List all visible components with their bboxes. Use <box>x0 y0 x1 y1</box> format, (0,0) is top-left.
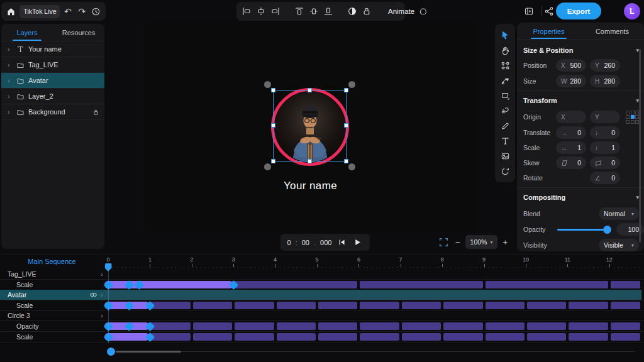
layer-row-tag-live[interactable]: ›Tag_LIVE <box>1 57 104 73</box>
origin-anchor-grid[interactable] <box>626 111 639 124</box>
rotate-handle[interactable] <box>348 163 355 170</box>
redo-button[interactable]: ↷ <box>76 4 88 18</box>
repeat-segment-bar[interactable] <box>402 322 441 330</box>
size-h-input[interactable]: H 280 <box>590 75 620 87</box>
undo-button[interactable]: ↶ <box>62 4 74 18</box>
animate-button[interactable]: Animate <box>386 7 430 16</box>
transform-header[interactable]: Transform ▾ <box>523 96 639 105</box>
tab-resources[interactable]: Resources <box>53 24 104 41</box>
origin-y-input[interactable]: Y <box>590 111 620 123</box>
repeat-segment-bar[interactable] <box>611 322 640 330</box>
lasso-tool[interactable] <box>498 104 512 118</box>
repeat-segment-bar[interactable] <box>569 322 608 330</box>
align-top-icon[interactable] <box>294 4 304 18</box>
size-position-header[interactable]: Size & Position ▾ <box>523 46 639 55</box>
timeline-row-label-avatar[interactable]: Avatar› <box>0 290 111 300</box>
repeat-segment-bar[interactable] <box>486 281 608 288</box>
timeline-row-label-tag-live[interactable]: Tag_LIVE› <box>0 269 111 280</box>
translate-y-input[interactable]: ↓ 0 <box>590 126 620 139</box>
zoom-out-button[interactable]: − <box>455 238 460 247</box>
select-tool[interactable] <box>498 28 512 42</box>
play-button[interactable] <box>352 236 363 250</box>
repeat-segment-bar[interactable] <box>235 302 274 309</box>
repeat-segment-bar[interactable] <box>277 322 316 330</box>
timeline-row-label-scale[interactable]: Scale <box>0 332 120 343</box>
position-y-input[interactable]: Y 260 <box>590 59 620 72</box>
selection-box[interactable] <box>273 90 347 162</box>
repeat-segment-bar[interactable] <box>611 302 640 309</box>
chevron-right-icon[interactable]: › <box>8 77 13 84</box>
scale-x-input[interactable]: ↔ 1 <box>556 141 586 154</box>
repeat-segment-bar[interactable] <box>151 322 190 330</box>
repeat-segment-bar[interactable] <box>360 281 482 288</box>
rotate-input[interactable]: ∠ 0 <box>590 172 620 184</box>
text-tool[interactable] <box>498 134 512 148</box>
home-icon[interactable] <box>5 4 17 18</box>
lock-icon[interactable] <box>92 109 99 116</box>
visibility-dropdown[interactable]: Visible ▾ <box>599 239 639 251</box>
repeat-segment-bar[interactable] <box>277 302 316 309</box>
repeat-segment-bar[interactable] <box>151 333 190 341</box>
align-center-vertical-icon[interactable] <box>309 4 319 18</box>
repeat-segment-bar[interactable] <box>486 333 525 341</box>
repeat-segment-bar[interactable] <box>318 322 357 330</box>
repeat-segment-bar[interactable] <box>443 322 482 330</box>
repeat-segment-bar[interactable] <box>611 333 640 341</box>
timeline-track-row[interactable] <box>104 269 644 280</box>
fit-to-screen-icon[interactable] <box>436 235 450 249</box>
repeat-segment-bar[interactable] <box>360 333 399 341</box>
repeat-segment-bar[interactable] <box>193 333 232 341</box>
skip-to-start-button[interactable] <box>336 236 347 250</box>
repeat-segment-bar[interactable] <box>193 322 232 330</box>
chevron-right-icon[interactable]: › <box>8 61 13 69</box>
timeline-row-label-opacity[interactable]: Opacity <box>0 321 120 332</box>
tab-comments[interactable]: Comments <box>580 23 644 39</box>
repeat-segment-bar[interactable] <box>443 302 482 309</box>
rotate-tool[interactable] <box>498 164 512 178</box>
loop-icon[interactable] <box>89 292 97 298</box>
repeat-segment-bar[interactable] <box>318 302 357 309</box>
repeat-segment-bar[interactable] <box>318 333 357 341</box>
repeat-segment-bar[interactable] <box>360 322 399 330</box>
compositing-header[interactable]: Compositing ▾ <box>523 193 639 202</box>
resize-handle[interactable] <box>344 123 348 128</box>
rectangle-tool[interactable] <box>498 89 512 102</box>
skew-x-input[interactable]: 0 <box>556 156 586 169</box>
align-bottom-icon[interactable] <box>323 4 333 18</box>
resize-handle[interactable] <box>271 123 275 128</box>
align-left-icon[interactable] <box>242 4 252 18</box>
panel-toggle-icon[interactable] <box>522 4 536 18</box>
layer-row-your-name[interactable]: ›Your name <box>1 41 104 57</box>
opacity-slider[interactable] <box>557 223 610 236</box>
rotate-handle[interactable] <box>348 81 355 88</box>
track-bar-selected[interactable] <box>104 290 641 300</box>
node-tool[interactable] <box>498 74 512 87</box>
tab-properties[interactable]: Properties <box>517 23 580 39</box>
transform-tool[interactable] <box>498 58 512 72</box>
resize-handle[interactable] <box>344 159 348 163</box>
repeat-segment-bar[interactable] <box>569 333 608 341</box>
slider-knob[interactable] <box>603 226 611 234</box>
layer-row-avatar[interactable]: ›Avatar <box>1 73 104 89</box>
timeline-track-row[interactable] <box>104 310 644 321</box>
resize-handle[interactable] <box>308 159 312 163</box>
timeline-scroll-track[interactable] <box>108 351 635 352</box>
skew-y-input[interactable]: 0 <box>590 156 620 169</box>
chevron-right-icon[interactable]: › <box>8 108 13 116</box>
repeat-segment-bar[interactable] <box>235 322 274 330</box>
layer-row-layer-2[interactable]: ›Layer_2 <box>1 89 104 104</box>
hand-tool[interactable] <box>498 43 512 57</box>
repeat-segment-bar[interactable] <box>527 322 566 330</box>
blend-dropdown[interactable]: Normal ▾ <box>599 207 639 220</box>
resize-handle[interactable] <box>344 88 348 92</box>
repeat-segment-bar[interactable] <box>360 302 399 309</box>
mask-contrast-icon[interactable] <box>347 4 357 18</box>
repeat-segment-bar[interactable] <box>569 302 608 309</box>
repeat-segment-bar[interactable] <box>486 322 525 330</box>
timeline-row-label-scale[interactable]: Scale <box>0 300 120 311</box>
history-icon[interactable] <box>91 4 103 18</box>
canvas-text-your-name[interactable]: Your name <box>145 180 476 192</box>
share-icon[interactable] <box>542 4 556 18</box>
repeat-segment-bar[interactable] <box>486 302 525 309</box>
align-right-icon[interactable] <box>270 4 280 18</box>
